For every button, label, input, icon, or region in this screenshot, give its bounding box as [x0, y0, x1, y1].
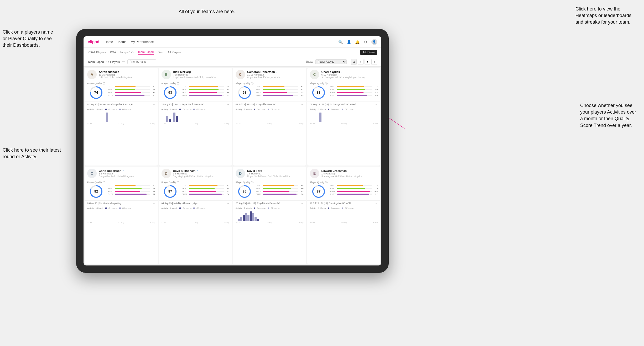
subnav-team-clippd[interactable]: Team Clippd [138, 50, 154, 55]
player-card[interactable]: D Dave Billingham ✓ 1-5 Handicap Sog Mag… [159, 167, 232, 264]
nav-bar: clippd Home Teams My Performance 🔍 👤 🔔 ⚙… [84, 36, 381, 48]
player-card[interactable]: D David Ford ✓ 1-5 Handicap Royal North … [233, 167, 306, 264]
quality-circle[interactable]: 87 [312, 185, 325, 199]
search-icon[interactable]: 🔍 [338, 39, 343, 45]
last-round[interactable]: 18 Jul 23 | 74 (+4), Sunningdale GC - Ol… [307, 200, 381, 206]
show-select[interactable]: Player Activity Quality Score Trend [315, 59, 347, 64]
svg-text:87: 87 [317, 189, 320, 193]
player-avatar: D [236, 169, 245, 178]
chart-date-1: 31 Jul [236, 221, 241, 223]
player-name[interactable]: Cameron Robertson [247, 70, 275, 73]
filter-icon[interactable]: ▼ [365, 59, 370, 65]
callout-top-center: All of your Teams are here. [179, 8, 235, 15]
player-info: Dave Billingham ✓ 1-5 Handicap Sog Magin… [173, 169, 230, 178]
off-course-legend-label: Off course [196, 207, 205, 209]
stat-ott: OTT 89 [256, 184, 304, 187]
activity-title: Activity · 1 Month [162, 108, 178, 110]
subnav-pga[interactable]: PGA [110, 51, 116, 54]
last-round[interactable]: 03 Mar 23 | 19, Must make putting → [85, 200, 158, 206]
avatar-icon[interactable]: 👤 [371, 39, 377, 45]
subnav-all-players[interactable]: All Players [168, 51, 181, 54]
sort-icon[interactable]: ↕ [371, 59, 377, 65]
callout-left-bottom: Click here to see their latestround or A… [3, 147, 61, 160]
add-team-button[interactable]: Add Team [360, 50, 377, 55]
stat-arg: ARG 75 [256, 91, 304, 94]
quality-label[interactable]: Player Quality ⓘ [310, 82, 328, 85]
player-name[interactable]: Edward Crossman [321, 169, 347, 172]
player-name[interactable]: Aaron Nicholls [99, 70, 119, 73]
player-info: Blair McHarg Plus Handicap Royal North D… [173, 70, 230, 79]
view-icons: ⊞ ≡ ▼ ↕ [351, 59, 377, 65]
subnav-pgat[interactable]: PGAT Players [88, 51, 106, 54]
player-club: Craigmillar Park, United Kingdom [99, 175, 155, 178]
off-course-legend-label: Off course [196, 108, 205, 110]
edit-icon[interactable]: ✏ [122, 60, 125, 63]
quality-circle[interactable]: 87 [163, 185, 177, 199]
quality-circle[interactable]: 74 [89, 86, 103, 100]
player-card[interactable]: C Chris Robertson ✓ 1-5 Handicap Craigmi… [85, 167, 158, 264]
quality-circle[interactable]: 85 [238, 185, 251, 199]
last-round-text: 03 Mar 23 | 19, Must make putting [87, 202, 152, 205]
quality-label[interactable]: Player Quality ⓘ [236, 82, 253, 85]
player-name[interactable]: Charlie Quick [321, 70, 340, 73]
quality-circle[interactable]: 93 [163, 86, 177, 100]
last-round[interactable]: 02 Sep 23 | Sunset round to get back int… [85, 102, 158, 107]
grid-view-icon[interactable]: ⊞ [351, 59, 357, 65]
settings-icon[interactable]: ⚙ [363, 39, 368, 45]
player-name[interactable]: Dave Billingham [173, 169, 196, 172]
player-card[interactable]: C Charlie Quick ✓ 6-10 Handicap St. Geor… [307, 68, 381, 166]
quality-circle[interactable]: 68 [238, 86, 251, 100]
list-view-icon[interactable]: ≡ [358, 59, 363, 65]
nav-teams[interactable]: Teams [117, 40, 126, 44]
chart-labels: 31 Jul 21 Aug 4 Sep [236, 221, 304, 223]
quality-circle[interactable]: 83 [312, 86, 325, 100]
player-name[interactable]: Blair McHarg [173, 70, 191, 73]
last-round[interactable]: 02 Jul 23 | 59 (+17), Craigmillar Park G… [233, 102, 306, 107]
nav-my-performance[interactable]: My Performance [131, 40, 154, 44]
person-icon[interactable]: 👤 [346, 39, 351, 45]
chart-date-3: 4 Sep [299, 123, 303, 124]
on-course-legend-label: On course [108, 108, 118, 110]
player-name[interactable]: David Ford [247, 169, 262, 172]
stat-putt: PUTT 91 [108, 193, 155, 195]
last-round[interactable]: 07 Aug 23 | 77 (+7), St George's Hill GC… [307, 102, 381, 107]
quality-label[interactable]: Player Quality ⓘ [162, 181, 179, 184]
players-grid: A Aaron Nicholls 11-15 Handicap Drift Go… [84, 67, 381, 265]
quality-label[interactable]: Player Quality ⓘ [87, 181, 105, 184]
stat-ott: OTT 77 [330, 86, 378, 88]
last-round-text: 02 Jul 23 | 59 (+17), Craigmillar Park G… [236, 103, 300, 106]
subnav-tour[interactable]: Tour [158, 51, 163, 54]
player-card[interactable]: A Aaron Nicholls 11-15 Handicap Drift Go… [85, 68, 158, 166]
quality-label[interactable]: Player Quality ⓘ [162, 82, 179, 85]
player-card[interactable]: C Cameron Robertson ✓ 11-15 Handicap Roy… [233, 68, 306, 166]
chart-labels: 31 Jul 21 Aug 4 Sep [87, 221, 155, 223]
quality-label[interactable]: Player Quality ⓘ [236, 181, 253, 184]
quality-circle[interactable]: 82 [89, 185, 103, 199]
logo: clippd [88, 40, 99, 44]
stat-putt: PUTT 85 [256, 94, 304, 97]
bell-icon[interactable]: 🔔 [355, 39, 360, 45]
chart-date-1: 31 Jul [162, 221, 167, 223]
stat-arg: ARG 85 [182, 190, 229, 193]
on-course-legend-label: On course [331, 108, 340, 110]
last-round[interactable]: 26 Aug 23 | 73 (+1), Royal North Devon G… [159, 102, 232, 107]
chart-date-1: 31 Jul [162, 123, 167, 124]
chart-labels: 31 Jul 21 Aug 4 Sep [236, 123, 304, 124]
player-club: St. George's Hill GC - Weybridge - Surre… [321, 76, 378, 79]
subnav-hcaps[interactable]: Hcaps 1-5 [120, 51, 133, 54]
player-card[interactable]: B Blair McHarg Plus Handicap Royal North… [159, 68, 232, 166]
stat-ott: OTT 60 [108, 184, 155, 187]
quality-label[interactable]: Player Quality ⓘ [310, 181, 328, 184]
filter-input[interactable] [127, 59, 156, 64]
player-info: Aaron Nicholls 11-15 Handicap Drift Golf… [99, 70, 155, 79]
player-card[interactable]: E Edward Crossman 1-5 Handicap Sunningda… [307, 167, 381, 264]
nav-home[interactable]: Home [105, 40, 113, 44]
last-round[interactable]: 04 Sep 23 | Mobility with coach, Gym → [159, 200, 232, 206]
activity-legend: On course Off course [179, 108, 205, 110]
quality-section: Player Quality ⓘ 83 OTT 77 APP 80 ARG [307, 81, 381, 102]
player-name[interactable]: Chris Robertson [99, 169, 121, 172]
last-round[interactable]: 26 Aug 23 | 84 (+12), Royal North Devon … [233, 200, 306, 206]
quality-label[interactable]: Player Quality ⓘ [87, 82, 105, 85]
player-handicap: 1-5 Handicap [99, 172, 155, 175]
stat-app: APP 58 [108, 88, 155, 91]
